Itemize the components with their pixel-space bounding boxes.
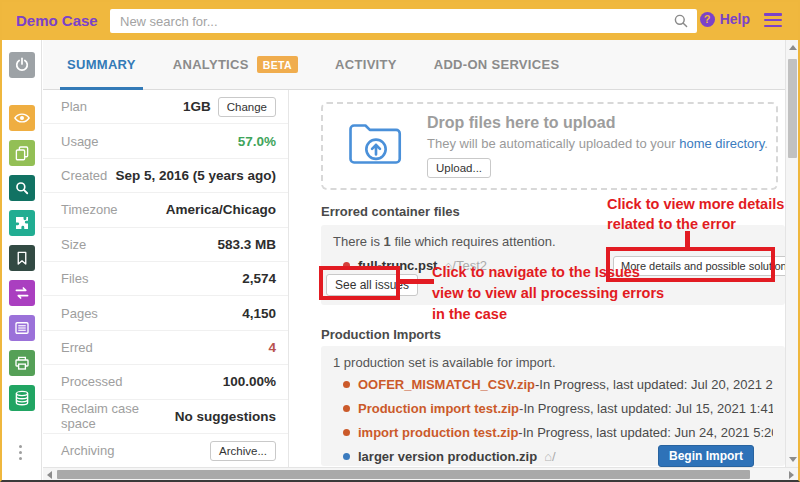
dropzone-subtitle: They will be automatically uploaded to y… — [427, 136, 768, 151]
dropzone-title: Drop files here to upload — [427, 114, 768, 132]
archive-button[interactable]: Archive... — [210, 441, 276, 461]
goldfinch-logo — [8, 476, 36, 482]
detail-row-size: Size 583.3 MB — [43, 228, 288, 262]
list-icon[interactable] — [9, 315, 35, 341]
detail-row-erred: Erred 4 — [43, 331, 288, 365]
detail-row-processed: Processed 100.00% — [43, 365, 288, 399]
scroll-up-arrow[interactable] — [789, 45, 797, 50]
detail-row-pages: Pages 4,150 — [43, 296, 288, 330]
import-status: In Progress, last updated: Jun 24, 2021 … — [523, 425, 773, 440]
production-import-row: import production test.zip - In Progress… — [333, 420, 773, 444]
import-status: In Progress, last updated: Jul 15, 2021 … — [523, 401, 773, 416]
vertical-scrollbar[interactable] — [785, 40, 798, 467]
import-status: In Progress, last updated: Jul 20, 2021 … — [539, 377, 773, 392]
detail-row-created: Created Sep 5, 2016 (5 years ago) — [43, 159, 288, 193]
annotation-box-see-issues — [319, 266, 400, 300]
upload-dropzone[interactable]: Drop files here to upload They will be a… — [321, 102, 778, 190]
eye-icon[interactable] — [9, 105, 35, 131]
help-label: Help — [720, 11, 750, 27]
search-case-icon[interactable] — [9, 175, 35, 201]
horizontal-scrollbar-thumb[interactable] — [57, 470, 750, 479]
main-area: SUMMARY ANALYTICSBETA ACTIVITY ADD-ON SE… — [43, 40, 798, 480]
tab-bar: SUMMARY ANALYTICSBETA ACTIVITY ADD-ON SE… — [43, 40, 798, 90]
import-file-name: Production import test.zip — [358, 401, 519, 416]
horizontal-scrollbar[interactable] — [43, 467, 798, 480]
detail-row-files: Files 2,574 — [43, 262, 288, 296]
detail-row-archiving: Archiving Archive... — [43, 434, 288, 467]
search-icon[interactable] — [673, 13, 689, 33]
tab-addon-services[interactable]: ADD-ON SERVICES — [427, 40, 567, 89]
production-intro: 1 production set is available for import… — [333, 352, 773, 372]
summary-content: Drop files here to upload They will be a… — [302, 90, 785, 467]
production-import-row: larger version production.zip ⌂/ Begin I… — [333, 444, 773, 467]
detail-row-usage: Usage 57.0% — [43, 124, 288, 158]
database-icon[interactable] — [9, 385, 35, 411]
vertical-scrollbar-thumb[interactable] — [788, 59, 797, 158]
scroll-down-arrow[interactable] — [789, 457, 797, 462]
top-bar: Demo Case ? Help — [2, 2, 798, 40]
detail-row-timezone: Timezone America/Chicago — [43, 193, 288, 227]
tab-summary[interactable]: SUMMARY — [60, 40, 143, 89]
tab-activity[interactable]: ACTIVITY — [328, 40, 404, 89]
production-imports-panel: 1 production set is available for import… — [321, 346, 785, 466]
import-bullet-icon — [343, 429, 350, 436]
copy-pages-icon[interactable] — [9, 140, 35, 166]
import-bullet-icon — [343, 405, 350, 412]
change-plan-button[interactable]: Change — [218, 97, 276, 117]
production-imports-heading: Production Imports — [321, 327, 785, 342]
app-window: Demo Case ? Help — [0, 0, 800, 482]
bookmark-icon[interactable] — [9, 245, 35, 271]
import-file-path: / — [552, 449, 556, 464]
search-input[interactable] — [110, 9, 697, 33]
puzzle-icon[interactable] — [9, 210, 35, 236]
annotation-connector-horizontal — [400, 279, 434, 284]
more-options-icon[interactable] — [19, 445, 23, 463]
help-link[interactable]: ? Help — [700, 11, 750, 27]
production-import-row: OOFER_MISMATCH_CSV.zip - In Progress, la… — [333, 372, 773, 396]
case-name: Demo Case — [16, 12, 98, 29]
home-icon: ⌂ — [544, 449, 552, 464]
power-icon[interactable] — [9, 52, 35, 78]
import-file-name: OOFER_MISMATCH_CSV.zip — [358, 377, 535, 392]
upload-folder-icon — [347, 120, 405, 172]
detail-row-plan: Plan 1GBChange — [43, 90, 288, 124]
beta-badge: BETA — [257, 56, 298, 73]
annotation-see-issues: Click to navigate to the Issues view to … — [432, 262, 670, 325]
printer-icon[interactable] — [9, 350, 35, 376]
begin-import-button[interactable]: Begin Import — [658, 445, 754, 467]
search-box — [110, 9, 697, 33]
transfer-arrows-icon[interactable] — [9, 280, 35, 306]
detail-row-reclaim: Reclaim case space No suggestions — [43, 400, 288, 434]
hamburger-menu-icon[interactable] — [764, 13, 782, 30]
import-bullet-icon — [343, 381, 350, 388]
question-circle-icon: ? — [700, 12, 715, 27]
scroll-left-arrow[interactable] — [47, 471, 52, 479]
case-details-panel: Plan 1GBChange Usage 57.0% Created Sep 5… — [43, 90, 289, 467]
scroll-right-arrow[interactable] — [789, 471, 794, 479]
production-import-row: Production import test.zip - In Progress… — [333, 396, 773, 420]
upload-button[interactable]: Upload... — [427, 158, 491, 178]
sidebar — [2, 40, 42, 480]
home-directory-link[interactable]: home directory — [679, 136, 764, 151]
annotation-more-details: Click to view more details related to th… — [607, 194, 785, 234]
import-file-name: import production test.zip — [358, 425, 518, 440]
tab-analytics[interactable]: ANALYTICSBETA — [166, 40, 305, 89]
import-file-name: larger version production.zip — [358, 449, 537, 464]
import-bullet-icon — [343, 453, 350, 460]
